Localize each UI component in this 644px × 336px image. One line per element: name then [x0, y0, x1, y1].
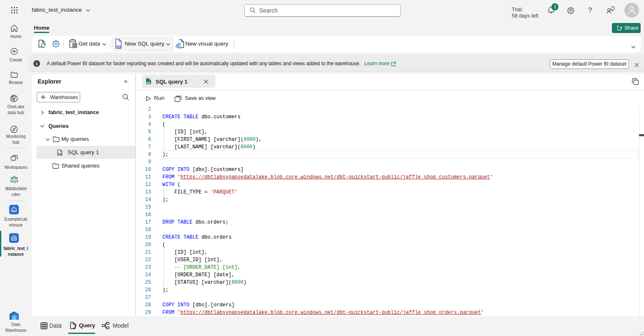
- svg-text:SQL: SQL: [146, 81, 151, 84]
- svg-text:SQL: SQL: [116, 45, 121, 48]
- svg-text:SQL: SQL: [58, 153, 63, 155]
